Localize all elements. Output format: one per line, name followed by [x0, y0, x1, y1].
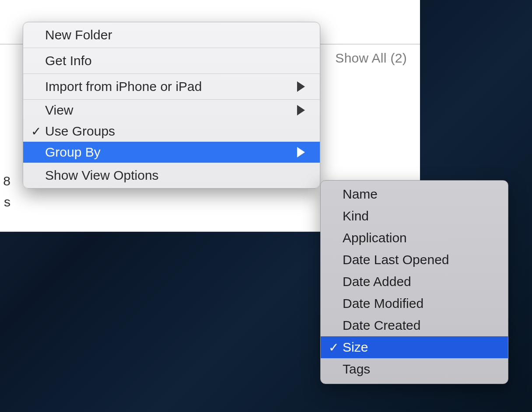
checkmark-icon: ✓	[327, 340, 340, 355]
menu-item-label: View	[45, 103, 297, 118]
menu-item-label: Date Last Opened	[343, 252, 493, 267]
submenu-arrow-icon	[297, 105, 305, 115]
group-by-submenu[interactable]: Name Kind Application Date Last Opened D…	[320, 180, 508, 384]
menu-item-label: Application	[343, 230, 493, 245]
show-all-button[interactable]: Show All (2)	[335, 51, 407, 66]
menu-item-view[interactable]: View	[23, 100, 320, 121]
partially-visible-text: 8 s	[0, 171, 12, 213]
context-menu[interactable]: New Folder Get Info Import from iPhone o…	[23, 22, 320, 189]
submenu-item-date-modified[interactable]: Date Modified	[321, 293, 508, 314]
submenu-item-tags[interactable]: Tags	[321, 358, 508, 380]
menu-item-label: Use Groups	[45, 124, 305, 139]
submenu-item-kind[interactable]: Kind	[321, 205, 508, 227]
sliver-line-1: 8	[0, 171, 10, 192]
menu-item-show-view-options[interactable]: Show View Options	[23, 163, 320, 188]
submenu-arrow-icon	[297, 81, 305, 92]
menu-item-label: Size	[343, 340, 493, 355]
menu-item-label: Date Modified	[343, 296, 493, 311]
menu-item-label: Kind	[343, 209, 493, 223]
menu-item-import-iphone[interactable]: Import from iPhone or iPad	[23, 74, 320, 99]
checkmark-icon: ✓	[29, 124, 42, 139]
menu-item-label: Import from iPhone or iPad	[45, 79, 297, 94]
menu-item-use-groups[interactable]: ✓ Use Groups	[23, 121, 320, 142]
sliver-line-2: s	[0, 192, 10, 213]
submenu-item-application[interactable]: Application	[321, 227, 508, 249]
menu-item-label: New Folder	[45, 28, 305, 42]
menu-item-label: Group By	[45, 145, 297, 160]
submenu-item-date-added[interactable]: Date Added	[321, 271, 508, 293]
menu-item-label: Tags	[343, 362, 493, 377]
menu-item-label: Name	[343, 187, 493, 202]
submenu-item-name[interactable]: Name	[321, 183, 508, 205]
submenu-arrow-icon	[297, 147, 305, 157]
menu-item-get-info[interactable]: Get Info	[23, 48, 320, 73]
menu-item-new-folder[interactable]: New Folder	[23, 22, 320, 48]
menu-item-label: Get Info	[45, 53, 305, 68]
menu-item-group-by[interactable]: Group By	[23, 142, 320, 163]
menu-item-label: Show View Options	[45, 168, 305, 183]
menu-item-label: Date Added	[343, 274, 493, 289]
submenu-item-date-created[interactable]: Date Created	[321, 314, 508, 336]
submenu-item-size[interactable]: ✓ Size	[321, 336, 508, 358]
menu-item-label: Date Created	[343, 318, 493, 333]
submenu-item-date-last-opened[interactable]: Date Last Opened	[321, 249, 508, 271]
